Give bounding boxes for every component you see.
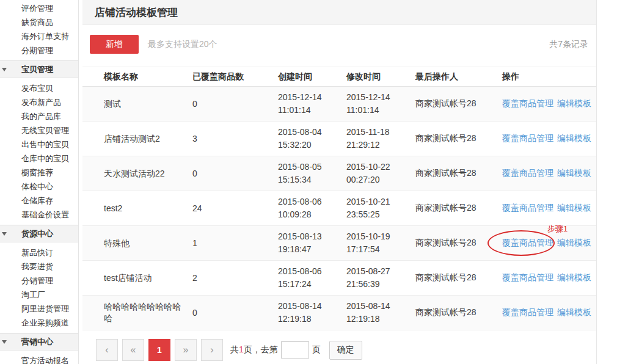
created-time: 15:17:24 bbox=[278, 278, 346, 291]
template-name-cell: 特殊他 bbox=[82, 238, 192, 249]
covered-products-link[interactable]: 覆盖商品管理 bbox=[502, 168, 553, 178]
sidebar-item-overseas-orders[interactable]: 海外订单支持 bbox=[0, 29, 78, 43]
sidebar-item-items-in-warehouse[interactable]: 仓库中的宝贝 bbox=[0, 151, 78, 166]
created-date: 2015-12-14 bbox=[278, 91, 346, 104]
table-row: 天水测试活动22 0 2015-08-05 15:15:34 2015-10-2… bbox=[82, 156, 596, 191]
chevron-down-icon bbox=[2, 232, 7, 236]
covered-products-link[interactable]: 覆盖商品管理 bbox=[502, 238, 553, 247]
page-next-button[interactable]: › bbox=[201, 339, 223, 361]
sidebar-item-review-management[interactable]: 评价管理 bbox=[0, 1, 78, 15]
template-name-cell: 店铺活动测试2 bbox=[82, 133, 192, 145]
edit-template-link[interactable]: 编辑模板 bbox=[557, 203, 591, 213]
actions-cell: 覆盖商品管理编辑模板 bbox=[502, 307, 596, 318]
modified-date: 2015-08-14 bbox=[346, 300, 415, 313]
add-template-button[interactable]: 新增 bbox=[90, 35, 139, 54]
sidebar-item-items-on-sale[interactable]: 出售中的宝贝 bbox=[0, 137, 78, 151]
covered-products-link[interactable]: 覆盖商品管理 bbox=[502, 133, 553, 143]
edit-template-link[interactable]: 编辑模板 bbox=[557, 238, 591, 247]
table-row-highlighted: 特殊他 1 2015-08-13 19:18:47 2015-10-19 17:… bbox=[82, 226, 596, 261]
created-date: 2015-08-05 bbox=[278, 161, 346, 173]
sidebar-item-enterprise-purchasing[interactable]: 企业采购频道 bbox=[0, 316, 78, 330]
edit-template-link[interactable]: 编辑模板 bbox=[557, 133, 591, 143]
templates-table: 模板名称 已覆盖商品数 创建时间 修改时间 最后操作人 操作 测试 0 2015… bbox=[82, 67, 596, 330]
table-row: 哈哈哈哈哈哈哈哈哈哈 0 2015-08-14 12:19:18 2015-08… bbox=[82, 296, 596, 330]
edit-template-link[interactable]: 编辑模板 bbox=[557, 168, 591, 178]
actions-cell: 覆盖商品管理编辑模板 bbox=[502, 98, 596, 109]
modified-date: 2015-10-21 bbox=[346, 195, 415, 208]
modified-time-cell: 2015-12-14 11:01:14 bbox=[346, 91, 415, 117]
sidebar-section-label: 货源中心 bbox=[21, 229, 53, 238]
covered-products-link[interactable]: 覆盖商品管理 bbox=[502, 203, 553, 213]
sidebar-section-marketing-center[interactable]: 营销中心 bbox=[0, 333, 78, 351]
page-last-button[interactable]: » bbox=[175, 339, 197, 361]
edit-template-link[interactable]: 编辑模板 bbox=[557, 272, 591, 282]
modified-date: 2015-10-19 bbox=[346, 230, 415, 243]
covered-count-cell: 0 bbox=[192, 169, 278, 178]
total-pages-number: 1 bbox=[239, 344, 244, 354]
max-templates-hint: 最多支持设置20个 bbox=[148, 25, 217, 64]
sidebar-item-purchase[interactable]: 我要进货 bbox=[0, 260, 78, 274]
modified-date: 2015-10-22 bbox=[346, 161, 415, 173]
created-time: 11:01:14 bbox=[278, 104, 346, 117]
sidebar-item-health-check-center[interactable]: 体检中心 bbox=[0, 180, 78, 194]
sidebar-item-distribution-management[interactable]: 分销管理 bbox=[0, 274, 78, 288]
edit-template-link[interactable]: 编辑模板 bbox=[557, 307, 591, 317]
covered-products-link[interactable]: 覆盖商品管理 bbox=[502, 272, 553, 282]
app-root: 评价管理 缺货商品 海外订单支持 分期管理 宝贝管理 发布宝贝 发布新产品 我的… bbox=[0, 0, 639, 364]
sidebar-section-item-management[interactable]: 宝贝管理 bbox=[0, 60, 78, 78]
modified-time: 12:19:18 bbox=[346, 313, 415, 326]
toolbar: 新增 最多支持设置20个 共7条记录 bbox=[82, 25, 596, 67]
chevron-down-icon bbox=[2, 68, 7, 71]
created-date: 2015-08-04 bbox=[278, 126, 346, 139]
created-date: 2015-08-06 bbox=[278, 265, 346, 278]
sidebar-item-ali-purchase-management[interactable]: 阿里进货管理 bbox=[0, 302, 78, 316]
page-1-button[interactable]: 1 bbox=[148, 339, 170, 361]
actions-cell: 覆盖商品管理编辑模板 bbox=[502, 133, 596, 144]
sidebar-item-tao-factory[interactable]: 淘工厂 bbox=[0, 288, 78, 302]
sidebar-section-label: 营销中心 bbox=[21, 337, 53, 346]
page-first-button[interactable]: « bbox=[122, 339, 144, 361]
created-time: 19:18:47 bbox=[278, 243, 346, 256]
created-time: 15:32:20 bbox=[278, 139, 346, 151]
title-band: 店铺活动模板管理 bbox=[82, 0, 596, 25]
modified-date: 2015-12-14 bbox=[346, 91, 415, 104]
sidebar-item-publish-new-product[interactable]: 发布新产品 bbox=[0, 95, 78, 109]
sidebar-item-storage-inventory[interactable]: 仓储库存 bbox=[0, 194, 78, 208]
actions-cell: 覆盖商品管理编辑模板 bbox=[502, 238, 596, 249]
table-row: test店铺活动 2 2015-08-06 15:17:24 2015-08-2… bbox=[82, 261, 596, 296]
sidebar-item-wireless-item-management[interactable]: 无线宝贝管理 bbox=[0, 123, 78, 137]
modified-time-cell: 2015-11-18 21:29:12 bbox=[346, 126, 415, 151]
pagination-bar: ‹ « 1 » › 共1页，去第 页 确定 bbox=[82, 330, 596, 361]
sidebar-item-official-activity-signup[interactable]: 官方活动报名 bbox=[0, 354, 78, 364]
operator-cell: 商家测试帐号28 bbox=[415, 238, 502, 249]
edit-template-link[interactable]: 编辑模板 bbox=[557, 98, 591, 108]
goto-page-input[interactable] bbox=[281, 341, 309, 359]
sidebar-item-out-of-stock[interactable]: 缺货商品 bbox=[0, 15, 78, 29]
covered-count-cell: 24 bbox=[192, 203, 278, 213]
table-row: 测试 0 2015-12-14 11:01:14 2015-12-14 11:0… bbox=[82, 87, 596, 122]
page-prev-button[interactable]: ‹ bbox=[96, 339, 118, 361]
confirm-button[interactable]: 确定 bbox=[329, 341, 362, 360]
created-time: 10:09:28 bbox=[278, 208, 346, 221]
sidebar-item-installment[interactable]: 分期管理 bbox=[0, 43, 78, 57]
created-time-cell: 2015-08-13 19:18:47 bbox=[278, 230, 346, 256]
sidebar-item-base-gold-price[interactable]: 基础金价设置 bbox=[0, 208, 78, 222]
sidebar-item-window-recommendation[interactable]: 橱窗推荐 bbox=[0, 166, 78, 180]
goto-page-suffix: 页 bbox=[312, 344, 321, 355]
modified-time-cell: 2015-08-14 12:19:18 bbox=[346, 300, 415, 326]
sidebar-item-publish-item[interactable]: 发布宝贝 bbox=[0, 81, 78, 95]
covered-count-cell: 0 bbox=[192, 99, 278, 109]
created-time-cell: 2015-08-04 15:32:20 bbox=[278, 126, 346, 151]
created-time-cell: 2015-08-06 15:17:24 bbox=[278, 265, 346, 291]
table-row: 店铺活动测试2 3 2015-08-04 15:32:20 2015-11-18… bbox=[82, 122, 596, 156]
sidebar: 评价管理 缺货商品 海外订单支持 分期管理 宝贝管理 发布宝贝 发布新产品 我的… bbox=[0, 0, 79, 364]
sidebar-section-supply-center[interactable]: 货源中心 bbox=[0, 225, 78, 242]
sidebar-item-my-product-library[interactable]: 我的产品库 bbox=[0, 109, 78, 123]
modified-time-cell: 2015-10-19 17:17:54 bbox=[346, 230, 415, 256]
covered-products-link[interactable]: 覆盖商品管理 bbox=[502, 98, 553, 108]
covered-products-link[interactable]: 覆盖商品管理 bbox=[502, 307, 553, 317]
created-date: 2015-08-06 bbox=[278, 195, 346, 208]
actions-cell: 覆盖商品管理编辑模板 bbox=[502, 203, 596, 214]
sidebar-item-new-product-quick-order[interactable]: 新品快订 bbox=[0, 246, 78, 260]
created-time-cell: 2015-08-05 15:15:34 bbox=[278, 161, 346, 186]
